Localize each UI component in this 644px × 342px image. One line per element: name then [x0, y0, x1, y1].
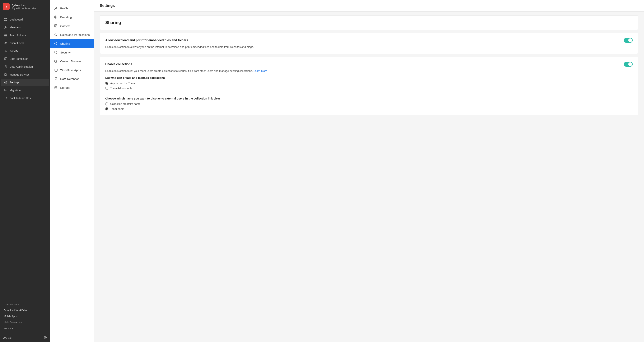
- settings-nav-profile[interactable]: Profile: [50, 4, 94, 13]
- radio-admins-input[interactable]: [105, 87, 108, 90]
- settings-nav-label-profile: Profile: [60, 7, 68, 10]
- sidebar-item-activity[interactable]: Activity: [1, 47, 49, 55]
- svg-rect-34: [54, 69, 57, 71]
- profile-icon: [54, 6, 58, 10]
- settings-nav-label-security: Security: [60, 51, 70, 54]
- settings-nav: Profile Branding Content Roles and Permi…: [50, 0, 94, 342]
- link-download-workdrive[interactable]: Download WorkDrive: [3, 307, 47, 313]
- svg-rect-4: [4, 20, 6, 21]
- svg-point-30: [56, 44, 57, 45]
- content-area: Sharing Allow download and print for emb…: [94, 11, 644, 119]
- sidebar-header: Z Zylker Inc. Signed in as Anna baker: [0, 0, 50, 13]
- sharing-icon: [54, 41, 58, 46]
- sidebar-nav: Dashboard Members Team Folders Client Us…: [0, 13, 50, 302]
- sidebar-item-settings[interactable]: Settings: [1, 79, 49, 86]
- collections-row: Enable collections: [105, 62, 633, 67]
- settings-nav-branding[interactable]: Branding: [50, 13, 94, 21]
- custom-domain-icon: [54, 59, 58, 63]
- toggle-slider: [624, 38, 633, 43]
- settings-nav-data-retention[interactable]: Data Retention: [50, 74, 94, 83]
- sidebar-label-manage-devices: Manage Devices: [10, 73, 30, 76]
- data-retention-icon: [54, 77, 58, 81]
- svg-point-22: [55, 16, 56, 18]
- signed-in-label: Signed in as Anna baker: [12, 7, 36, 10]
- radio-admins-only[interactable]: Team Admins only: [105, 87, 633, 90]
- svg-rect-16: [6, 74, 7, 75]
- sidebar-item-manage-devices[interactable]: Manage Devices: [1, 71, 49, 78]
- settings-nav-label-workdrive-apps: WorkDrive Apps: [60, 68, 81, 72]
- link-mobile-apps[interactable]: Mobile Apps: [3, 313, 47, 319]
- radio-admins-label: Team Admins only: [110, 87, 132, 90]
- settings-nav-security[interactable]: Security: [50, 48, 94, 57]
- team-folders-icon: [4, 33, 8, 37]
- collections-card: Enable collections Enable this option to…: [100, 57, 638, 115]
- settings-nav-workdrive-apps[interactable]: WorkDrive Apps: [50, 65, 94, 74]
- sidebar-footer: Log Out: [0, 333, 50, 342]
- svg-point-18: [5, 82, 6, 83]
- key-icon: [54, 32, 58, 37]
- settings-icon: [4, 80, 8, 84]
- sidebar-item-migration[interactable]: Migration: [1, 86, 49, 94]
- sidebar-label-members: Members: [10, 26, 21, 29]
- settings-nav-sharing[interactable]: Sharing: [50, 39, 94, 48]
- settings-nav-label-roles: Roles and Permissions: [60, 33, 90, 36]
- link-webinars[interactable]: Webinars: [3, 325, 47, 331]
- collections-toggle[interactable]: [624, 62, 633, 67]
- settings-nav-roles[interactable]: Roles and Permissions: [50, 30, 94, 39]
- svg-point-21: [54, 16, 57, 18]
- collections-toggle-slider: [624, 62, 633, 67]
- sidebar-label-data-administration: Data Administration: [10, 65, 33, 68]
- sidebar-item-team-folders[interactable]: Team Folders: [1, 31, 49, 39]
- app-logo: Z: [3, 3, 10, 10]
- members-icon: [4, 25, 8, 29]
- sidebar-item-client-users[interactable]: Client Users: [1, 39, 49, 47]
- logout-button[interactable]: Log Out: [3, 336, 12, 339]
- data-templates-icon: [4, 57, 8, 61]
- back-icon: [4, 96, 8, 100]
- sidebar-item-dashboard[interactable]: Dashboard: [1, 16, 49, 23]
- sidebar-label-team-folders: Team Folders: [10, 34, 26, 37]
- radio-team-input[interactable]: [105, 107, 108, 110]
- workdrive-apps-icon: [54, 68, 58, 72]
- sidebar-label-back: Back to team files: [10, 97, 31, 100]
- radio-anyone[interactable]: Anyone on the Team: [105, 82, 633, 85]
- sharing-title-card: Sharing: [100, 15, 638, 30]
- download-print-label: Allow download and print for embedded fi…: [105, 38, 188, 42]
- who-can-create-radio-group: Anyone on the Team Team Admins only: [105, 82, 633, 90]
- svg-point-29: [54, 43, 55, 44]
- data-administration-icon: [4, 65, 8, 69]
- settings-nav-content[interactable]: Content: [50, 21, 94, 30]
- learn-more-link[interactable]: Learn More: [254, 69, 267, 72]
- sidebar-item-data-templates[interactable]: Data Templates: [1, 55, 49, 63]
- svg-point-20: [55, 7, 56, 8]
- storage-icon: [54, 85, 58, 90]
- page-title: Settings: [100, 3, 115, 8]
- card-divider: [105, 93, 633, 93]
- sidebar-item-data-administration[interactable]: Data Administration: [1, 63, 49, 70]
- settings-nav-storage[interactable]: Storage: [50, 83, 94, 92]
- radio-anyone-input[interactable]: [105, 82, 108, 85]
- sidebar-label-migration: Migration: [10, 89, 21, 92]
- radio-team-label: Team name: [110, 107, 124, 110]
- collections-label: Enable collections: [105, 62, 132, 66]
- settings-nav-label-branding: Branding: [60, 15, 72, 19]
- main-content: Settings Sharing Allow download and prin…: [94, 0, 644, 342]
- migration-icon: [4, 88, 8, 92]
- svg-rect-5: [6, 20, 7, 21]
- radio-anyone-label: Anyone on the Team: [110, 82, 135, 85]
- download-print-toggle[interactable]: [624, 38, 633, 43]
- sidebar-label-settings: Settings: [10, 81, 19, 84]
- settings-nav-label-storage: Storage: [60, 86, 70, 89]
- svg-point-39: [56, 79, 56, 79]
- radio-creator-input[interactable]: [105, 102, 108, 105]
- download-print-row: Allow download and print for embedded fi…: [105, 38, 633, 43]
- collections-description: Enable this option to let your team user…: [105, 69, 633, 73]
- radio-creator-name[interactable]: Collection creator's name: [105, 102, 633, 105]
- sidebar-item-members[interactable]: Members: [1, 23, 49, 31]
- sidebar-item-back-to-team-files[interactable]: Back to team files: [1, 94, 49, 102]
- radio-team-name[interactable]: Team name: [105, 107, 633, 110]
- link-help-resources[interactable]: Help Resources: [3, 319, 47, 325]
- settings-nav-custom-domain[interactable]: Custom Domain: [50, 57, 94, 65]
- svg-point-6: [5, 26, 6, 27]
- download-print-description: Enable this option to allow anyone on th…: [105, 45, 633, 49]
